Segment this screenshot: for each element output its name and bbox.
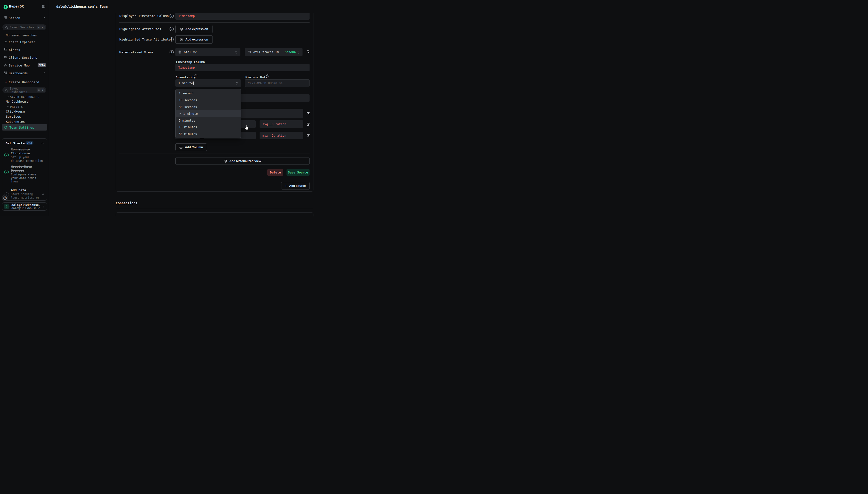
dropdown-option[interactable]: 30 minutes xyxy=(176,131,240,137)
plus-icon: + xyxy=(5,80,7,84)
kbd-shortcut: ⌘ K xyxy=(37,25,45,30)
trash-icon[interactable] xyxy=(306,122,310,126)
gs-step-desc: Configure where your data comes from xyxy=(11,173,43,184)
add-expression-button[interactable]: Add expression xyxy=(175,35,213,44)
arrow-right-icon xyxy=(41,193,45,196)
main-content: Displayed Timestamp Column ? Timestamp H… xyxy=(49,13,380,216)
add-materialized-view-button[interactable]: Add Materialized View xyxy=(175,157,310,165)
trash-icon[interactable] xyxy=(306,112,310,115)
divider xyxy=(119,45,310,46)
saved-dashboards-input[interactable]: Saved Dashboards ⌘ K xyxy=(2,87,46,93)
sidebar-item-team-settings[interactable]: Team Settings xyxy=(2,124,47,131)
minimum-date-input[interactable]: YYYY-MM-DD HH:mm:ss xyxy=(245,79,310,87)
granularity-label: Granularity xyxy=(176,75,196,79)
check-circle-icon xyxy=(4,153,9,157)
divider xyxy=(119,22,310,23)
sidebar-item-dashboards[interactable]: Dashboards xyxy=(0,71,49,76)
sidebar-item-client-sessions[interactable]: Client Sessions xyxy=(0,55,49,61)
dropdown-option[interactable]: 15 minutes xyxy=(176,124,240,131)
service-map-icon xyxy=(4,63,7,67)
chevron-up-icon[interactable] xyxy=(41,142,44,145)
text-caret xyxy=(193,81,194,85)
beta-badge: BETA xyxy=(38,63,46,67)
chevron-down-icon xyxy=(6,105,9,108)
saved-dashboards-placeholder: Saved Dashboards xyxy=(10,87,37,94)
chevron-down-icon xyxy=(6,96,9,98)
displayed-timestamp-input[interactable]: Timestamp xyxy=(175,13,310,20)
table-select[interactable]: otel_traces_1m Schema xyxy=(245,48,303,56)
page-title: dale@clickhouse.com's Team xyxy=(56,5,108,8)
circle-plus-icon xyxy=(180,38,183,41)
column-alias-input[interactable]: avg__Duration xyxy=(259,120,303,128)
save-source-button[interactable]: Save Source xyxy=(287,169,310,176)
view-select[interactable]: otel_v2 xyxy=(175,48,240,56)
gs-step-title[interactable]: Create Data Sources xyxy=(11,165,40,172)
schema-link[interactable]: Schema xyxy=(285,50,296,54)
help-button[interactable]: ? xyxy=(2,195,8,201)
preset-item-services[interactable]: Services xyxy=(6,115,21,118)
gs-step-title[interactable]: Connect to ClickHouse xyxy=(11,148,40,155)
dropdown-option[interactable]: 5 minutes xyxy=(176,117,240,124)
timestamp-column-label: Timestamp Column xyxy=(176,60,205,64)
section-saved-dashboards[interactable]: SAVED DASHBOARDS xyxy=(0,95,49,99)
sidebar-item-search[interactable]: Search xyxy=(0,16,49,21)
user-profile-button[interactable]: D dale@clickhouse.… dale@clickhouse.c… xyxy=(2,202,47,211)
help-circle-icon[interactable]: ? xyxy=(266,75,269,77)
search-icon xyxy=(5,89,8,92)
collapse-sidebar-icon[interactable] xyxy=(42,5,45,8)
add-column-button[interactable]: Add Column xyxy=(175,144,207,151)
source-settings-panel: Displayed Timestamp Column ? Timestamp H… xyxy=(116,13,313,192)
updown-chevrons-icon xyxy=(235,51,237,54)
add-expression-button[interactable]: Add expression xyxy=(175,25,213,33)
updown-chevrons-icon xyxy=(235,81,238,85)
kbd-shortcut: ⌘ K xyxy=(37,88,45,92)
help-circle-icon[interactable]: ? xyxy=(170,27,174,31)
circle-plus-icon xyxy=(180,27,183,31)
search-panel-icon xyxy=(4,16,7,19)
materialized-views-label: Materialized Views xyxy=(119,51,154,54)
question-icon: ? xyxy=(3,196,7,200)
highlighted-attributes-label: Highlighted Attributes xyxy=(119,27,161,31)
create-dashboard-button[interactable]: + Create Dashboard xyxy=(0,80,49,85)
help-circle-icon[interactable]: ? xyxy=(170,37,174,41)
highlighted-trace-attributes-label: Highlighted Trace Attributes xyxy=(119,38,173,41)
preset-item-kubernetes[interactable]: Kubernetes xyxy=(6,120,25,124)
profile-email: dale@clickhouse.c… xyxy=(12,207,40,210)
dropdown-option[interactable]: 1 second xyxy=(176,90,240,97)
laptop-icon xyxy=(4,56,7,59)
dashboards-icon xyxy=(4,71,7,75)
gs-step-title[interactable]: Add Data xyxy=(11,188,26,192)
column-alias-input[interactable]: max__Duration xyxy=(259,132,303,139)
trash-icon[interactable] xyxy=(306,50,310,54)
dropdown-option-selected[interactable]: 1 minute xyxy=(176,110,240,117)
add-source-button[interactable]: + Add source xyxy=(281,182,310,190)
help-circle-icon[interactable]: ? xyxy=(170,14,174,18)
profile-name: dale@clickhouse.… xyxy=(12,203,40,207)
get-started-card: Get Started 2/3 Connect to ClickHouse Se… xyxy=(2,138,47,201)
dropdown-option[interactable]: 15 seconds xyxy=(176,97,240,103)
chevron-right-icon xyxy=(42,205,45,208)
mouse-cursor-hand xyxy=(245,125,249,130)
section-presets[interactable]: PRESETS xyxy=(0,105,49,109)
trash-icon[interactable] xyxy=(306,133,310,137)
saved-dashboard-item[interactable]: My Dashboard xyxy=(6,100,28,103)
chevron-up-icon xyxy=(43,17,45,19)
delete-button[interactable]: Delete xyxy=(267,169,283,176)
preset-item-clickhouse[interactable]: ClickHouse xyxy=(6,110,25,113)
help-circle-icon[interactable]: ? xyxy=(195,75,197,77)
minimum-date-label: Minimum Date xyxy=(246,75,267,79)
help-circle-icon[interactable]: ? xyxy=(170,50,174,54)
sidebar-item-alerts[interactable]: Alerts xyxy=(0,47,49,53)
chevron-up-icon xyxy=(43,72,45,74)
sidebar-item-service-map[interactable]: Service Map BETA xyxy=(0,63,49,69)
dropdown-option[interactable]: 30 seconds xyxy=(176,103,240,110)
timestamp-column-input[interactable]: Timestamp xyxy=(175,64,310,71)
granularity-select[interactable]: 1 minute xyxy=(175,79,241,87)
check-icon xyxy=(179,112,181,115)
saved-searches-placeholder: Saved Searches xyxy=(10,26,37,29)
gs-step-desc: Start sending logs, metrics, or traces xyxy=(11,192,42,201)
search-icon xyxy=(5,26,8,29)
sidebar-item-chart-explorer[interactable]: Chart Explorer xyxy=(0,40,49,45)
top-bar: dale@clickhouse.com's Team xyxy=(49,0,380,13)
saved-searches-input[interactable]: Saved Searches ⌘ K xyxy=(2,24,46,30)
